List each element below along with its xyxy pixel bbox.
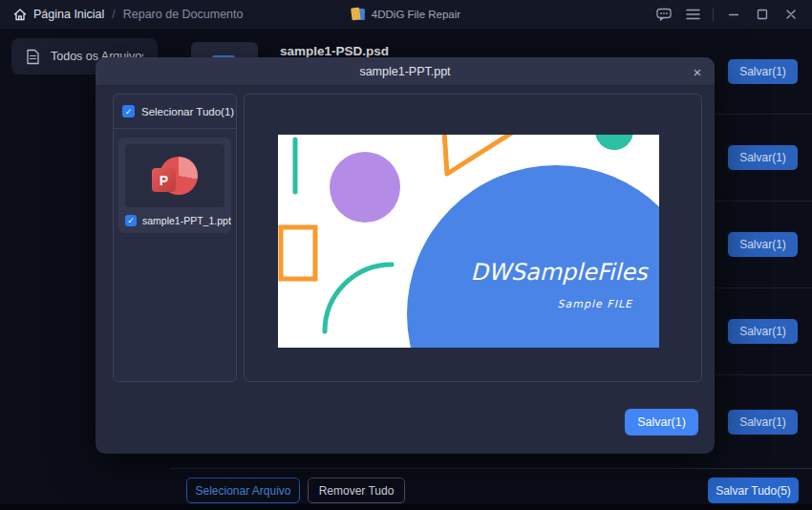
breadcrumb-home[interactable]: Página Inicial — [13, 8, 104, 21]
app-brand: 4DDiG File Repair — [352, 0, 460, 29]
file-item-name: sample1-PPT_1.ppt — [142, 215, 231, 226]
file-text-icon — [26, 49, 40, 65]
slide-subtitle-text: Sample FILE — [558, 298, 633, 310]
footer-bar: Selecionar Arquivo Remover Tudo Salvar T… — [170, 468, 812, 504]
select-all-label: Selecionar Tudo(1) — [141, 106, 234, 117]
file-name: sample1-PSD.psd — [280, 44, 389, 58]
breadcrumb: Página Inicial / Reparo de Documento — [0, 8, 243, 21]
maximize-button[interactable] — [751, 3, 774, 26]
save-file-button[interactable]: Salvar(1) — [728, 59, 798, 84]
titlebar: Página Inicial / Reparo de Documento 4DD… — [0, 0, 812, 29]
save-file-button[interactable]: Salvar(1) — [728, 145, 798, 170]
home-icon — [13, 9, 27, 21]
remove-all-button[interactable]: Remover Tudo — [308, 478, 405, 503]
select-all-checkbox[interactable]: ✓ — [122, 105, 135, 117]
select-all-row: ✓ Selecionar Tudo(1) — [114, 95, 236, 129]
powerpoint-icon: P — [152, 156, 198, 196]
modal-close-icon[interactable]: × — [688, 62, 707, 81]
save-all-button[interactable]: Salvar Tudo(5) — [708, 478, 799, 503]
select-file-button[interactable]: Selecionar Arquivo — [186, 478, 300, 503]
thumbnail-box: P — [125, 144, 224, 207]
slide-title-text: DWSampleFiles — [471, 259, 649, 286]
save-file-button[interactable]: Salvar(1) — [728, 319, 798, 344]
controls-divider — [713, 8, 714, 21]
app-logo-icon — [352, 7, 365, 22]
window-bottom-edge — [0, 504, 812, 510]
file-thumbnail-card[interactable]: P ✓ sample1-PPT_1.ppt — [118, 138, 231, 233]
file-item-row: ✓ sample1-PPT_1.ppt — [125, 215, 224, 226]
preview-area: DWSampleFiles Sample FILE — [244, 94, 702, 382]
breadcrumb-home-label: Página Inicial — [33, 8, 104, 21]
breadcrumb-separator: / — [112, 8, 115, 21]
slide-preview-image: DWSampleFiles Sample FILE — [278, 135, 659, 348]
modal-header: sample1-PPT.ppt × — [96, 57, 715, 86]
preview-modal: sample1-PPT.ppt × ✓ Selecionar Tudo(1) P… — [96, 57, 715, 454]
window-controls — [652, 0, 812, 29]
modal-save-button[interactable]: Salvar(1) — [625, 409, 698, 436]
save-file-button[interactable]: Salvar(1) — [728, 410, 798, 435]
modal-file-panel: ✓ Selecionar Tudo(1) P ✓ sample1-PPT_1.p… — [113, 94, 237, 382]
app-window: Página Inicial / Reparo de Documento 4DD… — [0, 0, 812, 510]
slide-purple-circle — [330, 152, 400, 223]
breadcrumb-current: Reparo de Documento — [123, 8, 244, 21]
minimize-button[interactable] — [722, 3, 745, 26]
modal-title: sample1-PPT.ppt — [359, 65, 450, 78]
powerpoint-letter: P — [152, 168, 176, 192]
file-item-checkbox[interactable]: ✓ — [125, 215, 137, 226]
feedback-icon[interactable] — [652, 3, 675, 26]
menu-icon[interactable] — [681, 3, 704, 26]
save-file-button[interactable]: Salvar(1) — [728, 232, 798, 257]
close-button[interactable] — [780, 3, 802, 26]
app-title: 4DDiG File Repair — [372, 9, 460, 20]
